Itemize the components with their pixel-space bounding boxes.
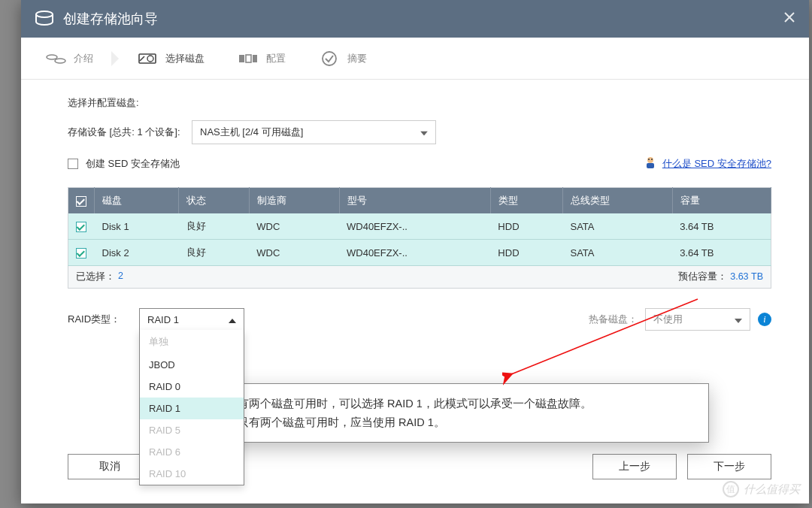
summary-icon (319, 51, 340, 66)
step-select-disk[interactable]: 选择磁盘 (120, 38, 221, 79)
table-header-row: 磁盘 状态 制造商 型号 类型 总线类型 容量 (68, 188, 771, 214)
sed-row: 创建 SED 安全存储池 什么是 SED 安全存储池? (68, 155, 771, 172)
svg-rect-10 (647, 163, 654, 168)
step-summary[interactable]: 摘要 (302, 38, 383, 79)
raid-option-raid6: RAID 6 (140, 441, 244, 463)
svg-point-2 (55, 59, 65, 63)
table-row[interactable]: Disk 1 良好 WDC WD40EFZX-.. HDD SATA 3.64 … (68, 213, 771, 240)
sed-help: 什么是 SED 安全存储池? (643, 155, 771, 172)
sed-checkbox[interactable] (68, 159, 78, 169)
prev-button[interactable]: 上一步 (592, 454, 677, 479)
storage-device-row: 存储设备 [总共: 1 个设备]: NAS主机 [2/4 可用磁盘] (68, 120, 771, 144)
raid-option-raid10: RAID 10 (140, 463, 244, 485)
svg-rect-6 (246, 55, 251, 62)
configure-icon (238, 51, 259, 66)
raid-dropdown: 单独 JBOD RAID 0 RAID 1 RAID 5 RAID 6 RAID… (139, 330, 244, 485)
chevron-up-icon (229, 314, 236, 325)
sed-link[interactable]: 什么是 SED 安全存储池? (662, 157, 771, 171)
wizard-stepper: 介绍 选择磁盘 配置 摘要 (21, 38, 809, 80)
hotspare-row: 热备磁盘： 不使用 i (589, 308, 771, 331)
step-intro[interactable]: 介绍 (29, 38, 110, 79)
title-bar: 创建存储池向导 (21, 0, 809, 38)
storage-icon (35, 11, 54, 27)
row-checkbox[interactable] (76, 222, 86, 232)
wizard-dialog: 创建存储池向导 介绍 选择磁盘 配置 摘要 选择并配置磁盘: 存储设备 [总共:… (21, 0, 809, 503)
disk-icon (137, 51, 158, 66)
section-title: 选择并配置磁盘: (68, 96, 771, 110)
svg-point-9 (647, 157, 653, 163)
row-checkbox[interactable] (76, 248, 86, 259)
step-configure[interactable]: 配置 (221, 38, 302, 79)
svg-rect-7 (253, 55, 257, 62)
storage-device-select[interactable]: NAS主机 [2/4 可用磁盘] (192, 120, 436, 144)
svg-point-12 (651, 159, 653, 160)
help-person-icon (643, 155, 658, 172)
raid-row: RAID类型： RAID 1 单独 JBOD RAID 0 RAID 1 RAI… (68, 308, 771, 331)
watermark: 值 什么值得买 (723, 481, 800, 497)
raid-type-select[interactable]: RAID 1 (139, 308, 244, 331)
raid-option-jbod[interactable]: JBOD (140, 354, 244, 376)
raid-option-raid0[interactable]: RAID 0 (140, 376, 244, 398)
raid-label: RAID类型： (68, 308, 139, 326)
watermark-logo-icon: 值 (723, 481, 739, 497)
close-icon[interactable] (783, 11, 795, 27)
svg-point-11 (648, 159, 650, 160)
intro-icon (45, 51, 66, 66)
sed-label: 创建 SED 安全存储池 (86, 157, 180, 171)
svg-rect-5 (239, 55, 244, 62)
next-button[interactable]: 下一步 (687, 454, 771, 479)
storage-device-label: 存储设备 [总共: 1 个设备]: (68, 125, 192, 139)
window-title: 创建存储池向导 (63, 10, 158, 28)
svg-point-0 (36, 11, 53, 17)
hotspare-select[interactable]: 不使用 (645, 308, 750, 331)
svg-point-4 (147, 56, 153, 62)
chevron-down-icon (735, 314, 742, 325)
table-legend: 已选择：2 预估容量：3.63 TB (68, 266, 771, 289)
info-icon[interactable]: i (758, 313, 771, 326)
disk-table: 磁盘 状态 制造商 型号 类型 总线类型 容量 Disk 1 良好 WDC WD… (68, 187, 771, 266)
chevron-down-icon (420, 127, 428, 138)
hotspare-label: 热备磁盘： (589, 313, 638, 326)
select-all-checkbox[interactable] (76, 196, 86, 207)
raid-option-single: 单独 (140, 330, 244, 354)
raid-option-raid1[interactable]: RAID 1 (140, 398, 244, 419)
step-chevron (111, 51, 119, 66)
raid-option-raid5: RAID 5 (140, 419, 244, 441)
svg-point-8 (323, 52, 336, 65)
raid-tooltip: 有两个磁盘可用时，可以选择 RAID 1，此模式可以承受一个磁盘故障。 只有两个… (222, 383, 709, 443)
table-row[interactable]: Disk 2 良好 WDC WD40EFZX-.. HDD SATA 3.64 … (68, 240, 771, 266)
svg-point-1 (47, 55, 57, 59)
